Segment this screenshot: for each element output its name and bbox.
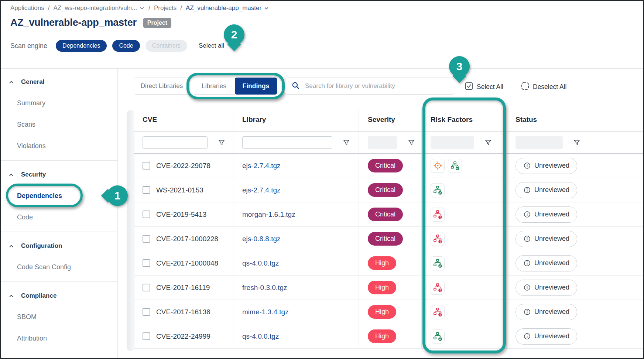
dependency-tree-alert-icon[interactable] — [431, 281, 445, 295]
chevron-up-icon[interactable] — [8, 293, 14, 299]
filter-icon[interactable] — [573, 139, 580, 146]
dependency-tree-alert-icon[interactable] — [431, 305, 445, 319]
status-button[interactable]: Unreviewed — [515, 182, 577, 198]
row-checkbox[interactable] — [143, 308, 150, 316]
target-icon[interactable] — [431, 159, 445, 173]
column-header-library[interactable]: Library — [233, 108, 359, 131]
breadcrumb-item[interactable]: AZ_vulnerable-app_master — [186, 4, 269, 12]
library-link[interactable]: qs-4.0.0.tgz — [242, 259, 279, 267]
sidebar-item-dependencies[interactable]: Dependencies — [1, 185, 117, 206]
view-toggle-libraries[interactable]: Libraries — [193, 78, 235, 95]
info-icon — [523, 186, 531, 194]
column-header-status[interactable]: Status — [507, 108, 643, 131]
library-link[interactable]: ejs-2.7.4.tgz — [242, 186, 281, 194]
sidebar-item-label: Scans — [17, 121, 35, 129]
chevron-up-icon[interactable] — [8, 79, 14, 85]
column-header-risk-factors[interactable]: Risk Factors — [422, 108, 507, 131]
select-all-button[interactable]: Select All — [465, 82, 503, 92]
filter-cell-status — [507, 131, 643, 154]
filter-icon[interactable] — [484, 139, 492, 146]
library-link[interactable]: ejs-0.8.8.tgz — [242, 235, 281, 243]
dependency-tree-alert-icon[interactable] — [431, 232, 445, 246]
sidebar-item-label: Dependencies — [17, 192, 62, 200]
callout-number: 2 — [231, 28, 237, 41]
library-link[interactable]: qs-4.0.0.tgz — [242, 332, 279, 341]
risk-factors-cell — [422, 251, 507, 276]
sidebar-item-scans[interactable]: Scans — [1, 114, 117, 135]
sidebar-section-title: Configuration — [21, 242, 62, 250]
filter-cell-library — [233, 131, 359, 154]
chevron-down-icon[interactable] — [264, 6, 269, 11]
row-checkbox[interactable] — [143, 186, 150, 194]
library-link[interactable]: mime-1.3.4.tgz — [242, 308, 289, 316]
chevron-down-icon[interactable] — [139, 6, 145, 11]
sidebar-section-header[interactable]: General — [1, 72, 117, 92]
deselect-all-button[interactable]: Deselect All — [521, 82, 566, 92]
sidebar-section-header[interactable]: Compliance — [1, 286, 117, 306]
select-all-icon — [465, 82, 473, 92]
row-checkbox[interactable] — [143, 235, 150, 243]
scan-engine-pill-dependencies[interactable]: Dependencies — [56, 40, 107, 52]
status-button[interactable]: Unreviewed — [515, 231, 577, 247]
sidebar-item-attribution[interactable]: Attribution — [1, 328, 117, 349]
status-button[interactable]: Unreviewed — [515, 328, 577, 345]
status-label: Unreviewed — [534, 308, 569, 316]
status-button[interactable]: Unreviewed — [515, 255, 577, 271]
library-link[interactable]: morgan-1.6.1.tgz — [242, 211, 295, 219]
library-link[interactable]: fresh-0.3.0.tgz — [242, 284, 287, 292]
filter-icon[interactable] — [343, 139, 350, 146]
status-button[interactable]: Unreviewed — [515, 280, 577, 296]
search-input[interactable] — [305, 82, 448, 90]
sidebar-item-code[interactable]: Code — [1, 206, 117, 228]
app-root: Applications / AZ_ws-repo-integration/vu… — [0, 0, 644, 359]
row-checkbox[interactable] — [143, 259, 150, 267]
risk-factors-cell — [422, 178, 507, 202]
status-button[interactable]: Unreviewed — [515, 158, 577, 174]
sidebar-section-header[interactable]: Security — [1, 164, 117, 185]
status-button[interactable]: Unreviewed — [515, 304, 577, 320]
status-cell: Unreviewed — [507, 251, 643, 276]
dependency-tree-check-icon[interactable] — [431, 329, 445, 343]
direct-libraries-button[interactable]: Direct Libraries — [134, 78, 190, 95]
filter-icon[interactable] — [408, 139, 415, 146]
dependency-tree-alert-icon[interactable] — [431, 208, 445, 222]
row-checkbox[interactable] — [143, 284, 150, 291]
dependency-tree-check-icon[interactable] — [431, 183, 445, 197]
filter-field-severity — [368, 136, 397, 149]
sidebar-item-violations[interactable]: Violations — [1, 135, 117, 157]
page-title: AZ_vulnerable-app_master — [10, 17, 137, 28]
breadcrumb-item[interactable]: Projects — [154, 4, 177, 12]
sidebar-item-label: Code Scan Config — [17, 263, 71, 271]
sidebar-section-header[interactable]: Configuration — [1, 236, 117, 256]
dependency-tree-check-icon[interactable] — [431, 256, 445, 270]
scan-select-all-link[interactable]: Select all — [199, 42, 224, 49]
row-checkbox[interactable] — [143, 332, 150, 340]
dependency-tree-check-icon[interactable] — [448, 159, 462, 173]
library-link[interactable]: ejs-2.7.4.tgz — [242, 162, 281, 170]
breadcrumb-item[interactable]: AZ_ws-repo-integration/vuln... — [53, 4, 145, 12]
row-checkbox[interactable] — [143, 211, 150, 218]
filter-icon[interactable] — [218, 139, 225, 146]
sidebar-item-sbom[interactable]: SBOM — [1, 306, 117, 328]
chevron-up-icon[interactable] — [8, 243, 14, 249]
risk-factors-cell — [422, 202, 507, 227]
status-button[interactable]: Unreviewed — [515, 206, 577, 223]
filter-input-cve[interactable] — [143, 136, 208, 149]
breadcrumb-item-label: AZ_ws-repo-integration/vuln... — [53, 4, 137, 12]
sidebar-item-code-scan-config[interactable]: Code Scan Config — [1, 256, 117, 278]
sidebar-item-summary[interactable]: Summary — [1, 92, 117, 114]
chevron-up-icon[interactable] — [8, 172, 14, 178]
scan-engine-row: Scan engine DependenciesCodeContainers S… — [10, 40, 224, 52]
sidebar: General Summary Scans Violations Securit… — [1, 69, 118, 358]
breadcrumb-item[interactable]: Applications — [10, 4, 44, 12]
column-header-severity[interactable]: Severity — [359, 108, 422, 131]
severity-cell: Critical — [359, 178, 422, 202]
column-header-cve[interactable]: CVE — [134, 108, 233, 131]
scan-engine-pill-code[interactable]: Code — [112, 40, 140, 52]
status-cell: Unreviewed — [507, 276, 643, 300]
row-checkbox[interactable] — [143, 162, 150, 170]
filter-cell-cve — [134, 131, 233, 154]
filter-input-library[interactable] — [242, 136, 332, 149]
status-cell: Unreviewed — [507, 324, 643, 349]
view-toggle-findings[interactable]: Findings — [235, 78, 277, 95]
